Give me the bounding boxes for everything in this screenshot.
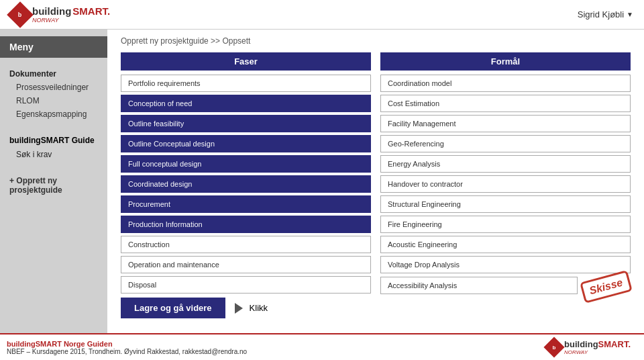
sidebar-add-project[interactable]: + Opprett ny prosjektguide bbox=[0, 173, 107, 197]
sidebar-item-rlom[interactable]: RLOM bbox=[16, 94, 98, 107]
phase-outline-feasibility[interactable]: Outline feasibility bbox=[121, 115, 371, 132]
footer-sub: NBEF – Kursdagene 2015, Trondheim. Øyvin… bbox=[7, 348, 247, 355]
phase-construction[interactable]: Construction bbox=[121, 236, 371, 253]
formal-cost-estimation[interactable]: Cost Estimation bbox=[380, 95, 631, 112]
header: b building SMART. NORWAY Sigrid Kjøbli ▼ bbox=[0, 0, 644, 30]
logo-smart: SMART. bbox=[72, 5, 110, 17]
formal-geo-referencing[interactable]: Geo-Referencing bbox=[380, 135, 631, 152]
logo-diamond-icon: b bbox=[7, 1, 34, 28]
sidebar: Meny Dokumenter Prosessveiledninger RLOM… bbox=[0, 30, 107, 333]
user-dropdown-arrow: ▼ bbox=[627, 11, 633, 18]
sidebar-section-dokumenter: Dokumenter Prosessveiledninger RLOM Egen… bbox=[0, 64, 107, 124]
footer-title: buildingSMART Norge Guiden bbox=[7, 340, 247, 348]
formal-fire-engineering[interactable]: Fire Engineering bbox=[380, 216, 631, 233]
phase-portfolio-requirements[interactable]: Portfolio requirements bbox=[121, 75, 371, 92]
footer-logo-text: building SMART. NORWAY bbox=[564, 339, 631, 355]
phase-conception-of-need[interactable]: Conception of need bbox=[121, 95, 371, 112]
logo-norway: NORWAY bbox=[32, 17, 110, 24]
sidebar-guide-title: buildingSMART Guide bbox=[9, 136, 98, 145]
sidebar-item-sok[interactable]: Søk i krav bbox=[16, 148, 98, 161]
phase-coordinated-design[interactable]: Coordinated design bbox=[121, 175, 371, 193]
klikk-label: Klikk bbox=[250, 303, 268, 313]
phase-procurement[interactable]: Procurement bbox=[121, 195, 371, 213]
faser-column: Faser Portfolio requirements Conception … bbox=[121, 52, 371, 318]
footer-logo: b building SMART. NORWAY bbox=[547, 339, 631, 355]
main-layout: Meny Dokumenter Prosessveiledninger RLOM… bbox=[0, 30, 644, 333]
footer-left: buildingSMART Norge Guiden NBEF – Kursda… bbox=[7, 340, 247, 355]
formal-structural-engineering[interactable]: Structural Engineering bbox=[380, 195, 631, 213]
formal-accessibility-analysis[interactable]: Accessibility Analysis bbox=[380, 277, 578, 294]
arrow-right-icon bbox=[235, 303, 243, 314]
skisse-stamp-area: Skisse bbox=[578, 276, 631, 298]
logo-area: b building SMART. NORWAY bbox=[11, 5, 110, 24]
logo-text-group: building SMART. NORWAY bbox=[32, 5, 110, 24]
formal-energy-analysis[interactable]: Energy Analysis bbox=[380, 155, 631, 173]
phase-outline-conceptual-design[interactable]: Outline Conceptual design bbox=[121, 135, 371, 152]
sidebar-item-egenskapsmapping[interactable]: Egenskapsmapping bbox=[16, 107, 98, 121]
sidebar-title: Meny bbox=[0, 36, 107, 58]
formal-voltage-drop[interactable]: Voltage Drop Analysis bbox=[380, 256, 631, 273]
phase-disposal[interactable]: Disposal bbox=[121, 276, 371, 294]
sidebar-guide: buildingSMART Guide Søk i krav bbox=[0, 133, 107, 164]
formal-acoustic-engineering[interactable]: Acoustic Engineering bbox=[380, 236, 631, 253]
formal-header: Formål bbox=[380, 52, 631, 71]
footer: buildingSMART Norge Guiden NBEF – Kursda… bbox=[0, 333, 644, 360]
user-info[interactable]: Sigrid Kjøbli ▼ bbox=[578, 9, 633, 19]
phase-operation-maintenance[interactable]: Operation and maintenance bbox=[121, 256, 371, 273]
formal-column: Formål Coordination model Cost Estimatio… bbox=[380, 52, 631, 318]
breadcrumb: Opprett ny prosjektguide >> Oppsett bbox=[121, 36, 631, 46]
sidebar-item-prosessveiledninger[interactable]: Prosessveiledninger bbox=[16, 81, 98, 94]
faser-header: Faser bbox=[121, 52, 371, 71]
skisse-stamp: Skisse bbox=[580, 270, 633, 304]
formal-handover-contractor[interactable]: Handover to contractor bbox=[380, 175, 631, 193]
phase-full-conceptual-design[interactable]: Full conceptual design bbox=[121, 155, 371, 173]
save-button[interactable]: Lagre og gå videre bbox=[121, 298, 225, 318]
formal-facility-management[interactable]: Facility Management bbox=[380, 115, 631, 132]
formal-coordination-model[interactable]: Coordination model bbox=[380, 75, 631, 92]
save-row: Lagre og gå videre Klikk bbox=[121, 298, 371, 318]
user-name: Sigrid Kjøbli bbox=[578, 9, 624, 19]
two-column-layout: Faser Portfolio requirements Conception … bbox=[121, 52, 631, 318]
phase-production-information[interactable]: Production Information bbox=[121, 216, 371, 233]
logo-building: building bbox=[32, 5, 71, 17]
content-area: Opprett ny prosjektguide >> Oppsett Fase… bbox=[107, 30, 644, 333]
footer-logo-diamond: b bbox=[544, 336, 565, 357]
sidebar-item-dokumenter[interactable]: Dokumenter bbox=[9, 67, 98, 81]
